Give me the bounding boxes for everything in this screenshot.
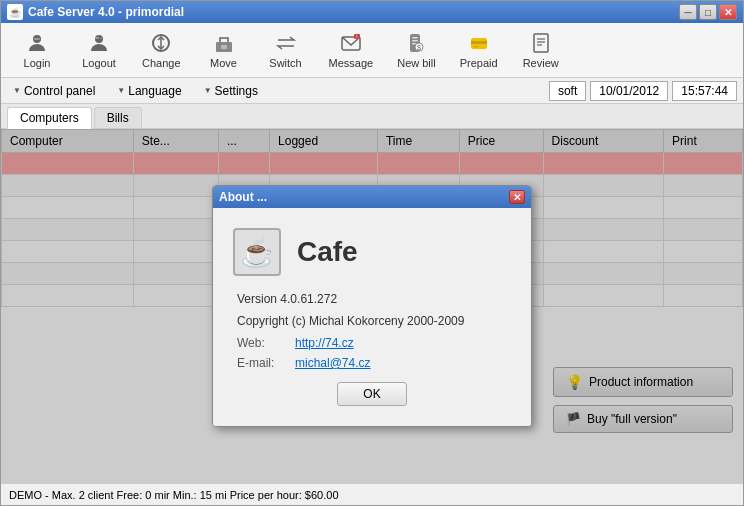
new-bill-icon: $ <box>404 31 428 55</box>
tab-bills[interactable]: Bills <box>94 107 142 128</box>
statusbar: DEMO - Max. 2 client Free: 0 mir Min.: 1… <box>1 483 743 505</box>
change-button[interactable]: Change <box>131 27 192 73</box>
web-link[interactable]: http://74.cz <box>295 336 354 350</box>
modal-footer: OK <box>233 376 511 410</box>
modal-header-row: ☕ Cafe <box>233 228 358 276</box>
status-area: soft 10/01/2012 15:57:44 <box>549 81 737 101</box>
move-label: Move <box>210 57 237 69</box>
coffee-icon: ☕ <box>233 228 281 276</box>
language-menu[interactable]: ▼ Language <box>111 82 187 100</box>
title-bar: ☕ Cafe Server 4.0 - primordial ─ □ ✕ <box>1 1 743 23</box>
review-icon <box>529 31 553 55</box>
app-icon: ☕ <box>7 4 23 20</box>
email-link[interactable]: michal@74.cz <box>295 356 371 370</box>
email-row: E-mail: michal@74.cz <box>237 356 511 370</box>
about-dialog: About ... ✕ ☕ Cafe Version 4.0.61.272 Co… <box>212 185 532 427</box>
svg-rect-20 <box>474 46 478 48</box>
prepaid-button[interactable]: Prepaid <box>449 27 509 73</box>
user-status: soft <box>549 81 586 101</box>
logout-label: Logout <box>82 57 116 69</box>
main-content: Computer Ste... ... Logged Time Price Di… <box>1 129 743 483</box>
switch-button[interactable]: Switch <box>256 27 316 73</box>
message-icon: ! <box>339 31 363 55</box>
tab-computers[interactable]: Computers <box>7 107 92 129</box>
tab-bar: Computers Bills <box>1 104 743 129</box>
menubar: ▼ Control panel ▼ Language ▼ Settings so… <box>1 78 743 104</box>
modal-title: About ... <box>219 190 509 204</box>
change-label: Change <box>142 57 181 69</box>
close-button[interactable]: ✕ <box>719 4 737 20</box>
login-label: Login <box>24 57 51 69</box>
svg-rect-21 <box>534 34 548 52</box>
new-bill-label: New bill <box>397 57 436 69</box>
svg-rect-19 <box>471 41 487 44</box>
email-label: E-mail: <box>237 356 287 370</box>
ok-button[interactable]: OK <box>337 382 407 406</box>
svg-rect-13 <box>412 37 418 39</box>
language-label: Language <box>128 84 181 98</box>
control-panel-arrow: ▼ <box>13 86 21 95</box>
message-button[interactable]: ! Message <box>318 27 385 73</box>
move-icon <box>212 31 236 55</box>
modal-close-button[interactable]: ✕ <box>509 190 525 204</box>
web-label: Web: <box>237 336 287 350</box>
login-button[interactable]: Login <box>7 27 67 73</box>
login-icon <box>25 31 49 55</box>
message-label: Message <box>329 57 374 69</box>
settings-menu[interactable]: ▼ Settings <box>198 82 264 100</box>
change-icon <box>149 31 173 55</box>
control-panel-label: Control panel <box>24 84 95 98</box>
review-label: Review <box>523 57 559 69</box>
modal-body: ☕ Cafe Version 4.0.61.272 Copyright (c) … <box>213 208 531 426</box>
settings-label: Settings <box>215 84 258 98</box>
control-panel-menu[interactable]: ▼ Control panel <box>7 82 101 100</box>
switch-icon <box>274 31 298 55</box>
time-status: 15:57:44 <box>672 81 737 101</box>
copyright-text: Copyright (c) Michal Kokorceny 2000-2009 <box>237 314 511 328</box>
window-controls: ─ □ ✕ <box>679 4 737 20</box>
new-bill-button[interactable]: $ New bill <box>386 27 447 73</box>
status-text: DEMO - Max. 2 client Free: 0 mir Min.: 1… <box>9 489 339 501</box>
review-button[interactable]: Review <box>511 27 571 73</box>
logout-icon <box>87 31 111 55</box>
svg-rect-1 <box>34 38 40 40</box>
prepaid-icon <box>467 31 491 55</box>
toolbar: Login Logout Cha <box>1 23 743 78</box>
main-window: ☕ Cafe Server 4.0 - primordial ─ □ ✕ Log… <box>0 0 744 506</box>
maximize-button[interactable]: □ <box>699 4 717 20</box>
version-text: Version 4.0.61.272 <box>237 292 511 306</box>
app-name: Cafe <box>297 236 358 268</box>
modal-info: Version 4.0.61.272 Copyright (c) Michal … <box>233 292 511 376</box>
minimize-button[interactable]: ─ <box>679 4 697 20</box>
window-title: Cafe Server 4.0 - primordial <box>28 5 679 19</box>
svg-rect-14 <box>412 40 418 42</box>
move-button[interactable]: Move <box>194 27 254 73</box>
prepaid-label: Prepaid <box>460 57 498 69</box>
svg-text:!: ! <box>356 34 357 40</box>
date-status: 10/01/2012 <box>590 81 668 101</box>
web-row: Web: http://74.cz <box>237 336 511 350</box>
language-arrow: ▼ <box>117 86 125 95</box>
modal-title-bar: About ... ✕ <box>213 186 531 208</box>
logout-button[interactable]: Logout <box>69 27 129 73</box>
svg-rect-15 <box>412 43 416 45</box>
settings-arrow: ▼ <box>204 86 212 95</box>
modal-overlay: About ... ✕ ☕ Cafe Version 4.0.61.272 Co… <box>1 129 743 483</box>
svg-rect-8 <box>221 45 227 49</box>
svg-text:$: $ <box>417 44 421 51</box>
switch-label: Switch <box>269 57 301 69</box>
